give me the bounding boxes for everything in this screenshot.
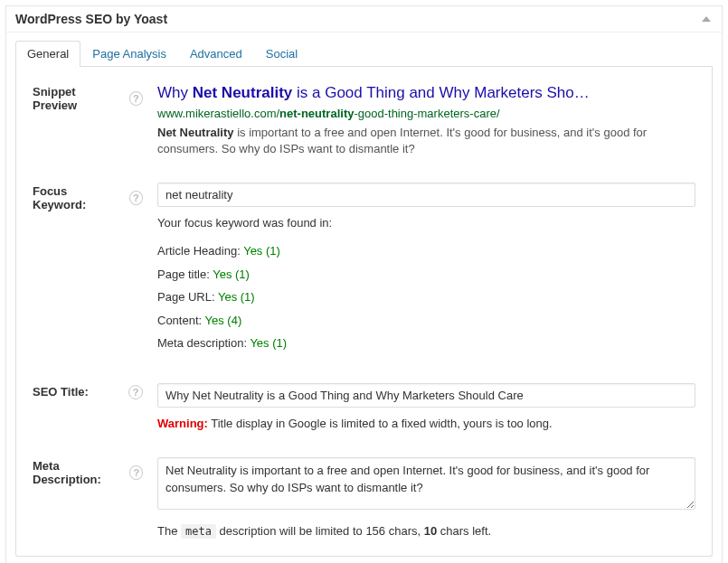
warning-label: Warning:: [157, 417, 208, 430]
label-text: SEO Title:: [33, 385, 89, 399]
snippet-description: Net Neutrality is important to a free an…: [157, 125, 695, 157]
label-seo-title: SEO Title: ?: [33, 383, 157, 399]
label-text: Snippet Preview: [33, 85, 120, 112]
row-meta-description: Meta Description: ? The meta description…: [33, 457, 695, 540]
label-meta-description: Meta Description: ?: [33, 457, 157, 486]
tab-general[interactable]: General: [15, 41, 80, 67]
help-icon[interactable]: ?: [129, 465, 143, 480]
found-content: Content: Yes (4): [157, 312, 695, 330]
focus-found-intro: Your focus keyword was found in:: [157, 214, 695, 232]
snippet-url-keyword: net-neutrality: [279, 107, 354, 120]
help-icon[interactable]: ?: [129, 191, 143, 205]
metabox-header: WordPress SEO by Yoast: [6, 6, 722, 33]
warning-text: Title display in Google is limited to a …: [208, 417, 553, 430]
label-text: Meta Description:: [33, 459, 120, 486]
label-focus-keyword: Focus Keyword: ?: [33, 183, 157, 211]
found-article-heading: Article Heading: Yes (1): [157, 242, 695, 260]
row-seo-title: SEO Title: ? Warning: Title display in G…: [33, 383, 695, 433]
meta-code: meta: [181, 524, 216, 539]
yoast-metabox: WordPress SEO by Yoast General Page Anal…: [5, 5, 723, 563]
help-icon[interactable]: ?: [128, 385, 143, 399]
collapse-toggle-icon[interactable]: [702, 16, 711, 22]
focus-found-list: Article Heading: Yes (1) Page title: Yes…: [157, 242, 695, 352]
help-icon[interactable]: ?: [129, 91, 143, 106]
snippet-url-post: -good-thing-marketers-care/: [354, 107, 499, 120]
metabox-title: WordPress SEO by Yoast: [15, 12, 167, 26]
snippet-desc-keyword: Net Neutrality: [157, 126, 234, 139]
label-text: Focus Keyword:: [33, 184, 120, 211]
meta-description-hint: The meta description will be limited to …: [157, 522, 695, 540]
seo-title-content: Warning: Title display in Google is limi…: [157, 383, 695, 433]
focus-keyword-content: Your focus keyword was found in: Article…: [157, 183, 695, 358]
snippet-preview: Why Net Neutrality is a Good Thing and W…: [157, 83, 695, 157]
tabs: General Page Analysis Advanced Social: [15, 40, 713, 67]
found-page-url: Page URL: Yes (1): [157, 288, 695, 306]
row-focus-keyword: Focus Keyword: ? Your focus keyword was …: [33, 183, 695, 358]
found-meta-description: Meta description: Yes (1): [157, 334, 695, 352]
row-snippet-preview: Snippet Preview ? Why Net Neutrality is …: [33, 83, 695, 157]
focus-keyword-input[interactable]: [157, 183, 695, 207]
meta-description-content: The meta description will be limited to …: [157, 457, 695, 540]
found-page-title: Page title: Yes (1): [157, 266, 695, 284]
snippet-title: Why Net Neutrality is a Good Thing and W…: [157, 83, 695, 103]
label-snippet-preview: Snippet Preview ?: [33, 83, 157, 112]
meta-description-textarea[interactable]: [157, 457, 695, 510]
tab-advanced[interactable]: Advanced: [178, 41, 254, 67]
snippet-title-post: is a Good Thing and Why Marketers Sho…: [292, 84, 590, 101]
snippet-url: www.mikerastiello.com/net-neutrality-goo…: [157, 105, 695, 123]
metabox-body: General Page Analysis Advanced Social Sn…: [6, 33, 722, 563]
snippet-title-keyword: Net Neutrality: [193, 84, 293, 101]
panel-general: Snippet Preview ? Why Net Neutrality is …: [15, 67, 713, 557]
snippet-url-pre: www.mikerastiello.com/: [157, 107, 279, 120]
seo-title-input[interactable]: [157, 383, 695, 408]
snippet-title-pre: Why: [157, 84, 193, 101]
tab-page-analysis[interactable]: Page Analysis: [80, 41, 178, 67]
seo-title-warning: Warning: Title display in Google is limi…: [157, 415, 695, 433]
chars-left-count: 10: [424, 524, 437, 538]
tab-social[interactable]: Social: [254, 41, 309, 67]
